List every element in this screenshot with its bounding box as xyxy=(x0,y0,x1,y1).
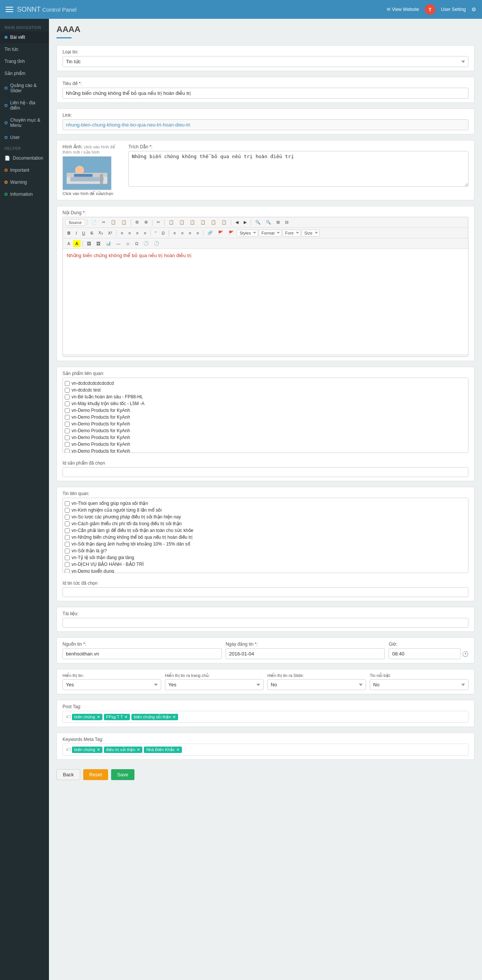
tin-lien-quan-checkbox[interactable] xyxy=(65,542,70,547)
tb-italic[interactable]: I xyxy=(73,230,79,236)
tin-lien-quan-item[interactable]: vn-DỊCH VỤ BẢO HÀNH - BẢO TRÌ xyxy=(65,561,466,568)
tb-strike[interactable]: S xyxy=(88,230,95,236)
san-pham-checkbox[interactable] xyxy=(65,428,70,433)
trich-dan-textarea[interactable]: Những biến chứng không thể bỏ qua nếu tr… xyxy=(129,151,468,187)
tieu-de-input[interactable] xyxy=(62,88,468,99)
san-pham-checkbox[interactable] xyxy=(65,442,70,447)
tb-underline[interactable]: U xyxy=(80,230,87,236)
tin-lien-quan-item[interactable]: vn-Tỷ lệ sỏi thận đang gia tăng xyxy=(65,554,466,561)
tb-new-doc[interactable]: 📄 xyxy=(89,219,99,226)
tag-close[interactable]: ✕ xyxy=(97,747,100,752)
tb-blockquote[interactable]: " xyxy=(153,230,159,236)
back-button[interactable]: Back xyxy=(56,769,80,780)
tb-minimize[interactable]: ⊟ xyxy=(283,219,291,226)
tb-emoji[interactable]: ☺ xyxy=(124,240,132,247)
tb-flag[interactable]: 🚩 xyxy=(226,229,236,236)
san-pham-checkbox[interactable] xyxy=(65,422,70,426)
tb-t2[interactable]: 📋 xyxy=(177,219,187,226)
tag-close[interactable]: ✕ xyxy=(124,714,128,719)
san-pham-item[interactable]: vn-Demo Products for KyAnh xyxy=(65,434,466,441)
tin-lien-quan-item[interactable]: vn-Sỏi thận là gì? xyxy=(65,547,466,554)
san-pham-item[interactable]: vn-Máy khuấy trộn siêu tốc - L5M -A xyxy=(65,400,466,407)
san-pham-checkbox-list[interactable]: vn-dcdcdcdcdcdcdcdvn-dcdcdc testvn-Bé tu… xyxy=(62,378,468,453)
tb-ol[interactable]: ≡ xyxy=(119,230,126,236)
san-pham-checkbox[interactable] xyxy=(65,401,70,406)
sidebar-item-bai-viet[interactable]: Bài viết xyxy=(0,31,49,43)
share-icon[interactable]: ⚙ xyxy=(471,6,476,13)
tb-t3[interactable]: 📋 xyxy=(188,219,197,226)
tin-lien-quan-checkbox[interactable] xyxy=(65,501,70,506)
sidebar-item-trang-tinh[interactable]: Trang tỉnh xyxy=(0,55,49,67)
size-dropdown[interactable]: Size xyxy=(302,230,320,236)
sidebar-item-user[interactable]: User xyxy=(0,131,49,143)
tb-copy[interactable]: 📋 xyxy=(108,219,118,226)
san-pham-item[interactable]: vn-Demo Products for KyAnh xyxy=(65,407,466,414)
tin-lien-quan-item[interactable]: vn-Demo tuyển dụng xyxy=(65,568,466,573)
reset-button[interactable]: Reset xyxy=(83,769,108,780)
san-pham-checkbox[interactable] xyxy=(65,415,70,420)
san-pham-item[interactable]: vn-Demo Products for KyAnh xyxy=(65,427,466,434)
menu-toggle-button[interactable] xyxy=(6,7,13,12)
tin-lien-quan-checkbox[interactable] xyxy=(65,535,70,540)
tin-lien-quan-checkbox-list[interactable]: vn-Thói quen sống giúp ngừa sỏi thậnvn-K… xyxy=(62,498,468,573)
loai-tin-select[interactable]: Tin tức Sản phẩm Trang tĩnh xyxy=(62,56,468,67)
tb-t5[interactable]: 📋 xyxy=(208,219,218,226)
tb-bold[interactable]: B xyxy=(65,230,73,236)
tin-lien-quan-item[interactable]: vn-Cần phải làm gì để điều trị sỏi thận … xyxy=(65,527,466,534)
tb-code[interactable]: Ω xyxy=(159,230,167,236)
san-pham-checkbox[interactable] xyxy=(65,449,70,453)
nguon-tin-input[interactable] xyxy=(62,648,222,659)
tb-anchor[interactable]: 🚩 xyxy=(216,229,226,236)
post-tag-item-0[interactable]: biến chứng ✕ xyxy=(72,714,102,720)
post-tag-item-2[interactable]: biến chứng sỏi thận ✕ xyxy=(131,714,178,720)
hien-thi-tin-select[interactable]: Yes No xyxy=(62,679,161,690)
gio-input[interactable] xyxy=(389,648,461,659)
san-pham-checkbox[interactable] xyxy=(65,381,70,386)
sidebar-item-chuyen-muc[interactable]: Chuyên mục & Menu xyxy=(0,114,49,131)
keywords-tag-container[interactable]: 🏷 biến chứng ✕ điều trị sỏi thận ✕ Nhà Đ… xyxy=(62,744,468,756)
sidebar-item-tin-tuc[interactable]: Tin tức xyxy=(0,43,49,55)
save-button[interactable]: Save xyxy=(111,769,134,780)
tin-noi-bat-select[interactable]: No Yes xyxy=(370,679,468,690)
post-tag-item-1[interactable]: FPsg T T ✕ xyxy=(104,714,130,720)
tin-lien-quan-checkbox[interactable] xyxy=(65,569,70,573)
font-dropdown[interactable]: Font xyxy=(282,230,301,236)
tb-maximize[interactable]: ⊞ xyxy=(274,219,282,226)
ngay-dang-tin-input[interactable] xyxy=(226,648,385,659)
tb-paste[interactable]: 📋 xyxy=(119,219,129,226)
tb-time[interactable]: 🕐 xyxy=(141,240,151,247)
link-input[interactable] xyxy=(62,119,468,130)
tb-hr[interactable]: — xyxy=(114,240,123,247)
hien-thi-slide-select[interactable]: No Yes xyxy=(267,679,366,690)
tin-lien-quan-item[interactable]: vn-Kinh nghiệm của người từng 8 lần mổ s… xyxy=(65,507,466,514)
tb-ul[interactable]: ≡ xyxy=(126,230,133,236)
image-preview[interactable] xyxy=(62,156,111,190)
tb-align-justify[interactable]: ≡ xyxy=(194,230,201,236)
tb-indent[interactable]: ≡ xyxy=(134,230,141,236)
tb-cut[interactable]: ✂ xyxy=(100,219,108,226)
format-dropdown[interactable]: Format xyxy=(259,230,282,236)
tb-align-left[interactable]: ≡ xyxy=(171,230,178,236)
editor-resize-handle[interactable] xyxy=(63,354,468,356)
tin-lien-quan-item[interactable]: vn-Những biến chứng không thể bỏ qua nếu… xyxy=(65,534,466,541)
tin-lien-quan-item[interactable]: vn-Sỏi thận dạng ảnh hưởng tới khoảng 10… xyxy=(65,541,466,547)
san-pham-item[interactable]: vn-Demo Products for KyAnh xyxy=(65,420,466,427)
san-pham-item[interactable]: vn-dcdcdc test xyxy=(65,387,466,393)
view-website-link[interactable]: ✉ View Website xyxy=(387,7,419,12)
san-pham-checkbox[interactable] xyxy=(65,388,70,393)
tin-lien-quan-checkbox[interactable] xyxy=(65,522,70,526)
tb-t6[interactable]: 📋 xyxy=(219,219,229,226)
tb-settings2[interactable]: ⚙ xyxy=(142,219,150,226)
tin-lien-quan-checkbox[interactable] xyxy=(65,562,70,567)
hien-thi-trang-chu-select[interactable]: Yes No xyxy=(165,679,264,690)
tin-lien-quan-item[interactable]: vn-Cách giảm thiểu chi phí tối đa trong … xyxy=(65,520,466,527)
post-tag-container[interactable]: 🏷 biến chứng ✕ FPsg T T ✕ biến chứng sỏi… xyxy=(62,711,468,723)
tb-align-center[interactable]: ≡ xyxy=(179,230,186,236)
tin-lien-quan-checkbox[interactable] xyxy=(65,549,70,554)
keyword-tag-item-0[interactable]: biến chứng ✕ xyxy=(72,746,102,753)
tin-lien-quan-item[interactable]: vn-So lược các phương pháp điều trị sỏi … xyxy=(65,514,466,520)
tag-close[interactable]: ✕ xyxy=(137,747,140,752)
sidebar-item-san-pham[interactable]: Sản phẩm xyxy=(0,67,49,80)
tag-close[interactable]: ✕ xyxy=(97,714,100,719)
tb-time2[interactable]: 🕐 xyxy=(152,240,162,247)
